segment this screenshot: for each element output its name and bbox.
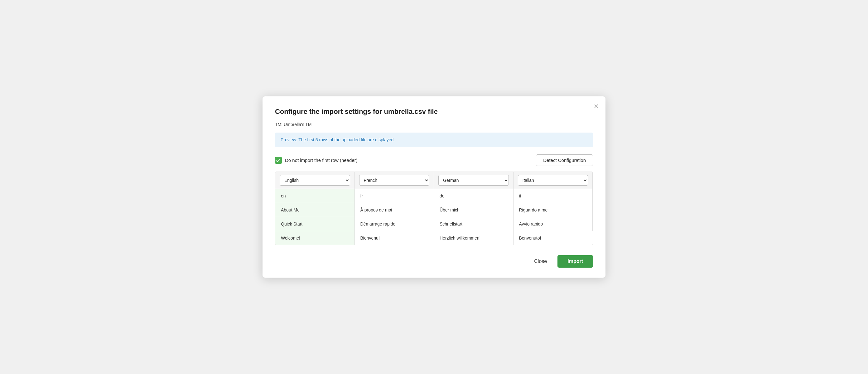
table-cell: Schnellstart	[434, 217, 514, 231]
import-table: English French German Italian Spanish En…	[275, 172, 593, 245]
table-cell: it	[514, 189, 593, 203]
header-checkbox-container: Do not import the first row (header)	[275, 157, 358, 164]
skip-header-checkbox[interactable]	[275, 157, 282, 164]
detect-configuration-button[interactable]: Detect Configuration	[536, 154, 593, 166]
close-icon-button[interactable]: ×	[594, 102, 599, 110]
language-select-german[interactable]: English French German Italian Spanish	[438, 175, 509, 185]
table-cell: Herzlich willkommen!	[434, 231, 514, 245]
column-header-german: English French German Italian Spanish	[434, 172, 514, 189]
options-header-row: Do not import the first row (header) Det…	[275, 154, 593, 166]
table-cell: Benvenuto!	[514, 231, 593, 245]
import-settings-modal: Configure the import settings for umbrel…	[262, 96, 606, 278]
table-cell: Démarrage rapide	[355, 217, 434, 231]
table-grid: English French German Italian Spanish En…	[275, 172, 593, 245]
table-cell: en	[275, 189, 355, 203]
table-cell: Über mich	[434, 203, 514, 217]
import-button[interactable]: Import	[557, 255, 593, 268]
modal-footer: Close Import	[275, 255, 593, 268]
table-cell: Riguardo a me	[514, 203, 593, 217]
skip-header-label: Do not import the first row (header)	[285, 157, 358, 163]
close-button[interactable]: Close	[528, 256, 553, 267]
table-cell: About Me	[275, 203, 355, 217]
table-cell: Quick Start	[275, 217, 355, 231]
column-header-italian: English French German Italian Spanish	[514, 172, 593, 189]
column-header-english: English French German Italian Spanish	[275, 172, 355, 189]
table-cell: Bienvenu!	[355, 231, 434, 245]
table-cell: À propos de moi	[355, 203, 434, 217]
column-header-french: English French German Italian Spanish	[355, 172, 434, 189]
modal-title: Configure the import settings for umbrel…	[275, 108, 593, 116]
table-cell: Welcome!	[275, 231, 355, 245]
language-select-italian[interactable]: English French German Italian Spanish	[518, 175, 588, 185]
preview-text: Preview: The first 5 rows of the uploade…	[281, 137, 395, 142]
table-cell: fr	[355, 189, 434, 203]
table-cell: de	[434, 189, 514, 203]
tm-label: TM: Umbrella's TM	[275, 122, 593, 127]
language-select-english[interactable]: English French German Italian Spanish	[280, 175, 350, 185]
language-select-french[interactable]: English French German Italian Spanish	[359, 175, 430, 185]
preview-banner: Preview: The first 5 rows of the uploade…	[275, 133, 593, 147]
table-cell: Avvio rapido	[514, 217, 593, 231]
